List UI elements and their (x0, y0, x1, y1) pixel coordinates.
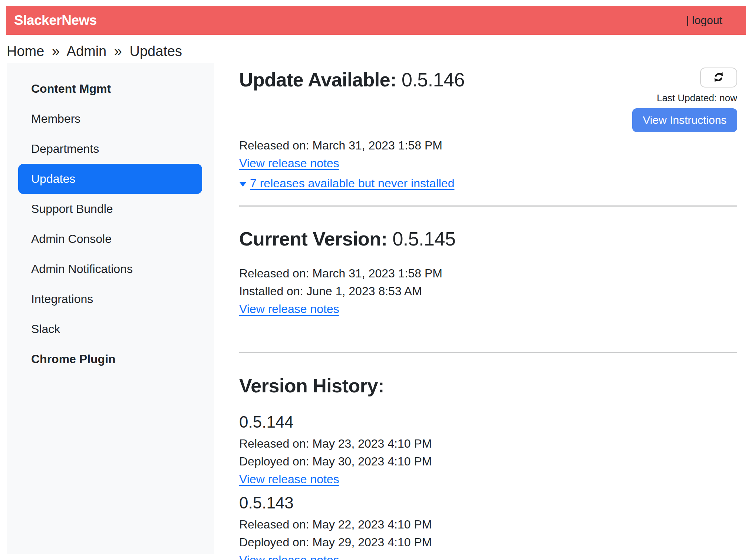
update-available-label: Update Available: (239, 69, 396, 90)
sidebar-item-departments[interactable]: Departments (18, 134, 202, 164)
current-version-number: 0.5.145 (392, 228, 455, 250)
update-available-heading: Update Available: 0.5.146 (239, 68, 465, 91)
history-deployed-on: Deployed on: May 30, 2023 4:10 PM (239, 452, 737, 470)
version-history-heading: Version History: (239, 374, 737, 397)
version-history-entry: 0.5.143 Released on: May 22, 2023 4:10 P… (239, 493, 737, 560)
sidebar-item-members[interactable]: Members (18, 104, 202, 134)
version-history-entry: 0.5.144 Released on: May 23, 2023 4:10 P… (239, 412, 737, 488)
breadcrumb-separator: » (52, 43, 60, 59)
breadcrumb-home[interactable]: Home (7, 43, 44, 59)
sidebar-item-updates[interactable]: Updates (18, 164, 202, 194)
releases-toggle-link[interactable]: 7 releases available but never installed (239, 174, 454, 192)
section-divider (239, 352, 737, 353)
sidebar-item-admin-console[interactable]: Admin Console (18, 224, 202, 254)
caret-down-icon (239, 182, 247, 187)
history-released-on: Released on: May 22, 2023 4:10 PM (239, 515, 737, 533)
breadcrumb-updates[interactable]: Updates (130, 43, 182, 59)
sidebar-item-chrome-plugin[interactable]: Chrome Plugin (18, 344, 202, 374)
current-version-label: Current Version: (239, 228, 387, 250)
last-updated-status: Last Updated: now (657, 92, 737, 104)
history-deployed-on: Deployed on: May 29, 2023 4:10 PM (239, 533, 737, 551)
breadcrumb-admin[interactable]: Admin (67, 43, 107, 59)
refresh-icon (712, 71, 725, 85)
sidebar-item-slack[interactable]: Slack (18, 314, 202, 344)
logout-link[interactable]: | logout (686, 14, 722, 27)
admin-sidebar: Content Mgmt Members Departments Updates… (7, 63, 214, 554)
history-release-notes-link[interactable]: View release notes (239, 551, 339, 560)
current-installed-on: Installed on: June 1, 2023 8:53 AM (239, 282, 737, 300)
history-release-notes-link[interactable]: View release notes (239, 470, 339, 488)
history-released-on: Released on: May 23, 2023 4:10 PM (239, 435, 737, 452)
update-available-version: 0.5.146 (402, 69, 465, 90)
section-divider (239, 205, 737, 207)
update-released-on: Released on: March 31, 2023 1:58 PM (239, 136, 737, 154)
update-release-notes-link[interactable]: View release notes (239, 154, 339, 172)
breadcrumb: Home » Admin » Updates (7, 42, 752, 60)
app-title: SlackerNews (14, 13, 97, 28)
page-body: Content Mgmt Members Departments Updates… (0, 63, 752, 560)
sidebar-item-integrations[interactable]: Integrations (18, 284, 202, 314)
sidebar-item-support-bundle[interactable]: Support Bundle (18, 194, 202, 224)
sidebar-item-admin-notifications[interactable]: Admin Notifications (18, 254, 202, 284)
current-version-heading: Current Version: 0.5.145 (239, 227, 737, 250)
breadcrumb-separator: » (114, 43, 122, 59)
updates-main-content: Update Available: 0.5.146 (239, 63, 737, 560)
top-header-bar: SlackerNews | logout (6, 6, 746, 35)
refresh-button[interactable] (700, 67, 737, 88)
current-released-on: Released on: March 31, 2023 1:58 PM (239, 264, 737, 282)
sidebar-item-content-mgmt[interactable]: Content Mgmt (18, 74, 202, 104)
update-controls: Last Updated: now View Instructions (632, 67, 737, 132)
current-release-notes-link[interactable]: View release notes (239, 300, 339, 318)
view-instructions-button[interactable]: View Instructions (632, 108, 737, 132)
history-version-number: 0.5.144 (239, 412, 737, 432)
history-version-number: 0.5.143 (239, 493, 737, 513)
